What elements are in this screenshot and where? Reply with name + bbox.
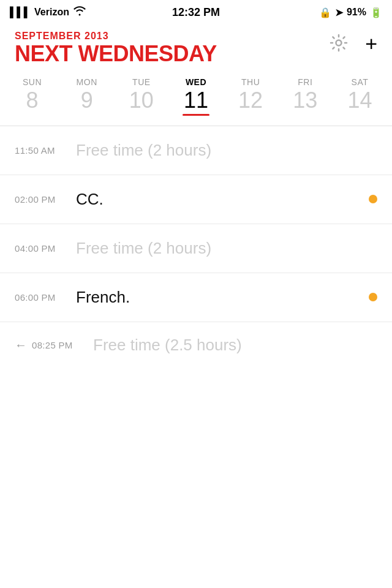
- week-bar: SUN 8 MON 9 TUE 10 WED 11 THU 12 FRI 13 …: [5, 71, 387, 116]
- schedule-title: CC.: [76, 190, 364, 209]
- battery-icon: 🔋: [370, 7, 382, 18]
- week-day-tue[interactable]: TUE 10: [117, 77, 166, 116]
- week-day-sun[interactable]: SUN 8: [8, 77, 57, 116]
- schedule-title: French.: [76, 288, 364, 307]
- week-day-thu[interactable]: THU 12: [226, 77, 275, 116]
- week-day-number: 11: [184, 89, 208, 111]
- schedule-time: 08:25 PM: [32, 340, 93, 350]
- location-icon: ➤: [335, 7, 343, 18]
- gear-icon: [330, 34, 348, 52]
- svg-point-0: [336, 40, 342, 45]
- week-day-number: 8: [26, 89, 39, 111]
- schedule-item[interactable]: 02:00 PM CC.: [0, 175, 392, 224]
- status-right: 🔒 ➤ 91% 🔋: [319, 7, 382, 18]
- week-day-number: 12: [238, 89, 263, 111]
- battery-label: 91%: [347, 7, 366, 18]
- schedule-time: 04:00 PM: [15, 243, 76, 254]
- week-day-number: 10: [129, 89, 154, 111]
- week-day-label: THU: [241, 77, 260, 87]
- schedule-item[interactable]: 04:00 PM Free time (2 hours): [0, 224, 392, 273]
- schedule-time: 02:00 PM: [15, 194, 76, 205]
- week-day-mon[interactable]: MON 9: [62, 77, 111, 116]
- week-day-wed[interactable]: WED 11: [172, 77, 221, 116]
- signal-bars: ▌▌▌: [10, 7, 31, 18]
- week-day-number: 13: [293, 89, 317, 111]
- week-day-label: SUN: [23, 77, 42, 87]
- schedule-item[interactable]: 06:00 PM French.: [0, 273, 392, 322]
- week-day-fri[interactable]: FRI 13: [281, 77, 330, 116]
- schedule-item[interactable]: ← 08:25 PM Free time (2.5 hours): [0, 322, 392, 361]
- month-label: SEPTEMBER 2013: [15, 31, 377, 42]
- week-day-number: 9: [81, 89, 93, 111]
- week-day-label: SAT: [352, 77, 369, 87]
- week-day-label: MON: [77, 77, 97, 87]
- week-day-label: TUE: [132, 77, 151, 87]
- wifi-icon: [73, 6, 86, 18]
- carrier-label: Verizon: [34, 7, 69, 18]
- time-display: 12:32 PM: [172, 6, 220, 19]
- schedule-list: 11:50 AM Free time (2 hours) 02:00 PM CC…: [0, 126, 392, 361]
- event-dot: [369, 195, 377, 203]
- week-day-label: FRI: [298, 77, 312, 87]
- plus-icon: +: [365, 32, 377, 55]
- schedule-title: Free time (2.5 hours): [93, 336, 377, 355]
- schedule-time: 06:00 PM: [15, 292, 76, 303]
- header-actions: +: [327, 31, 380, 56]
- active-day-indicator: [183, 114, 209, 116]
- lock-icon: 🔒: [319, 7, 331, 18]
- header: SEPTEMBER 2013 NEXT WEDNESDAY +: [0, 24, 392, 71]
- settings-button[interactable]: [327, 31, 350, 56]
- status-left: ▌▌▌ Verizon: [10, 6, 86, 18]
- week-day-number: 14: [347, 89, 372, 111]
- schedule-item[interactable]: 11:50 AM Free time (2 hours): [0, 126, 392, 175]
- event-dot: [369, 293, 377, 301]
- schedule-time: 11:50 AM: [15, 145, 76, 156]
- back-arrow-icon: ←: [15, 338, 27, 352]
- schedule-title: Free time (2 hours): [76, 239, 377, 258]
- status-bar: ▌▌▌ Verizon 12:32 PM 🔒 ➤ 91% 🔋: [0, 0, 392, 24]
- page-title: NEXT WEDNESDAY: [15, 42, 377, 66]
- week-day-label: WED: [186, 77, 206, 87]
- add-event-button[interactable]: +: [363, 31, 380, 56]
- schedule-title: Free time (2 hours): [76, 141, 377, 160]
- week-day-sat[interactable]: SAT 14: [335, 77, 384, 116]
